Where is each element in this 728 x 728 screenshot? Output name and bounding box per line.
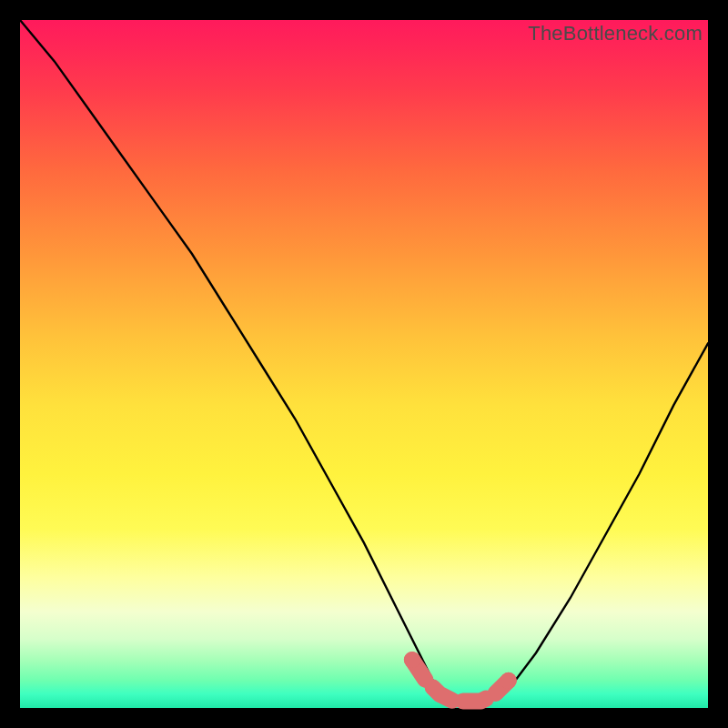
chart-frame: TheBottleneck.com	[20, 20, 708, 708]
watermark-text: TheBottleneck.com	[528, 22, 703, 46]
highlight-markers	[404, 652, 517, 701]
chart-svg	[20, 20, 708, 708]
bottleneck-curve	[20, 20, 708, 701]
highlight-endpoint	[500, 672, 517, 689]
highlight-endpoint	[404, 652, 420, 668]
